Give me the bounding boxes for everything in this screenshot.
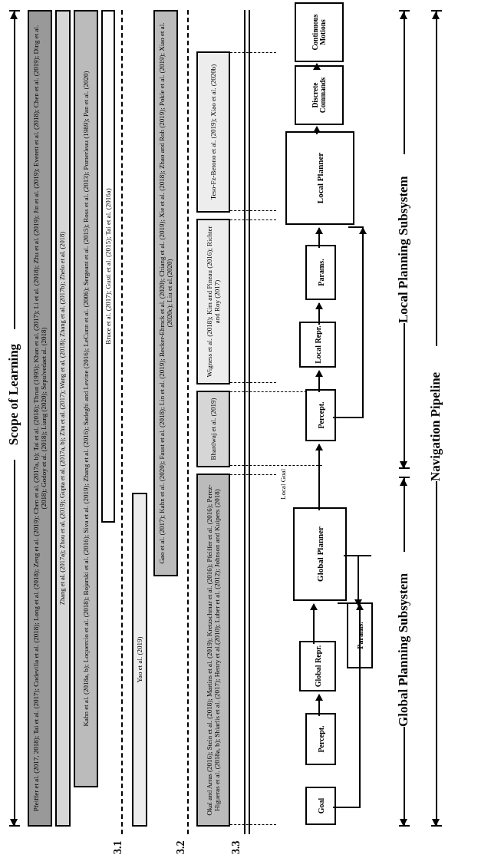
- box-goal-text: Goal: [317, 798, 325, 814]
- arrow-lrepr-to-lparams: [318, 303, 320, 325]
- lps-cap-right: [399, 10, 410, 12]
- landscape-canvas: Scope of Learning Pfeiffer et al. (2017,…: [0, 0, 491, 868]
- box-l-planner-text: Local Planner: [315, 153, 325, 203]
- box-l-repr: Local Repr.: [299, 322, 336, 368]
- arrow-lpercept-to-lrepr: [318, 371, 320, 392]
- box-goal: Goal: [305, 787, 336, 825]
- box-l-params-text: Params.: [317, 259, 325, 285]
- box-g-repr: Global Repr.: [299, 641, 336, 691]
- arrow-lparams-to-lplanner: [318, 228, 320, 248]
- local-goal-label: Local Goal: [279, 469, 287, 500]
- box-g-repr-text: Global Repr.: [314, 645, 322, 688]
- arrow-localgoal: [318, 444, 320, 510]
- box-g-percept: Percept.: [305, 713, 336, 765]
- section-3-1-label: 3.1: [112, 841, 124, 855]
- conn-r1-b: [230, 219, 276, 220]
- nav-arrow-right: [432, 12, 440, 19]
- bar-3-2-a-text: Yao et al. (2019): [136, 636, 143, 682]
- box-discrete-text: Discrete Commands: [311, 67, 327, 124]
- divider-3-3-double: [244, 10, 250, 834]
- gps-label: Global Planning Subsystem: [396, 573, 411, 727]
- box-l-percept: Percept.: [305, 389, 336, 441]
- figure-root: Scope of Learning Pfeiffer et al. (2017,…: [0, 0, 491, 868]
- scope-of-learning-label: Scope of Learning: [6, 329, 21, 460]
- bar-3-1-a: Pfeiffer et al. (2017, 2018); Tai et al.…: [28, 10, 52, 827]
- conn-mid-a: [230, 465, 322, 466]
- bar-3-3-left-text: Okal and Arras (2016); Stein et al. (201…: [206, 478, 222, 822]
- bar-3-3-mid: Bhardwaj et al. (2019): [196, 391, 230, 467]
- lps-arrow-right: [400, 12, 407, 19]
- gps-arrow-right: [400, 478, 407, 486]
- goal-to-planner: [359, 604, 361, 808]
- conn-left-a: [230, 824, 276, 825]
- gps-line-right: [404, 478, 405, 552]
- bar-3-1-c: Kahn et al. (2018a, b); Loquercio et al.…: [74, 10, 98, 787]
- arrow-repr-to-planner: [313, 604, 315, 644]
- scope-bracket-line-left: [14, 460, 15, 827]
- arrow-planner-to-cmds: [316, 127, 318, 134]
- conn-r2-a: [230, 210, 276, 211]
- bar-3-1-d-text: Bruce et al. (2017); Gusti et al. (2015)…: [104, 188, 112, 345]
- arrow-percept-to-repr: [318, 695, 320, 716]
- box-l-params: Params.: [305, 245, 336, 300]
- into-lplanner-v: [348, 226, 364, 228]
- scope-arrowhead-right: [10, 12, 18, 19]
- bar-3-3-left: Okal and Arras (2016); Stein et al. (201…: [196, 474, 230, 827]
- conn-r2-b: [230, 52, 276, 53]
- bar-3-2-a: Yao et al. (2019): [132, 493, 147, 827]
- bar-3-1-d: Bruce et al. (2017); Gusti et al. (2015)…: [101, 10, 115, 523]
- box-l-repr-text: Local Repr.: [314, 325, 322, 364]
- bar-3-1-c-text: Kahn et al. (2018a, b); Loquercio et al.…: [82, 71, 90, 726]
- box-g-planner-text: Global Planner: [315, 526, 325, 582]
- scope-bracket-line-right: [14, 12, 15, 329]
- box-l-planner: Local Planner: [285, 131, 354, 225]
- bar-3-3-mid-text: Bhardwaj et al. (2019): [209, 398, 217, 460]
- bar-3-2-b: Gao et al. (2017); Kahn et al. (2020); F…: [153, 10, 178, 576]
- scope-bracket-cap-right: [9, 10, 20, 12]
- bar-3-3-r2: Teso-Fz-Betono et al. (2019); Xiao et al…: [196, 51, 230, 213]
- bar-3-3-r1-text: Wigness et al. (2018); Kim and Pineau (2…: [206, 223, 222, 380]
- divider-3-1: [121, 10, 123, 834]
- bar-3-1-b-text: Zhang et al. (2017a); Zhou et al. (2019)…: [59, 232, 67, 605]
- gps-line-left: [404, 727, 405, 827]
- lps-line-right: [404, 12, 405, 154]
- nav-line-left: [436, 481, 437, 827]
- divider-3-2: [187, 10, 189, 834]
- scope-arrowhead-left: [10, 819, 18, 827]
- goal-down: [333, 807, 361, 808]
- bar-3-1-b: Zhang et al. (2017a); Zhou et al. (2019)…: [55, 10, 71, 827]
- bar-3-3-r1: Wigness et al. (2018); Kim and Pineau (2…: [196, 219, 230, 384]
- section-3-2-label: 3.2: [175, 841, 187, 855]
- gps-cap-right: [399, 477, 410, 478]
- nav-label: Navigation Pipeline: [428, 372, 443, 481]
- gparams-h: [358, 556, 359, 606]
- box-l-percept-text: Percept.: [317, 401, 325, 428]
- lpercept-down: [333, 417, 364, 418]
- box-discrete: Discrete Commands: [295, 65, 344, 125]
- lps-label: Local Planning Subsystem: [396, 176, 411, 323]
- conn-r1-a: [230, 382, 276, 383]
- lps-line-left: [404, 323, 405, 469]
- box-continuous: Continuous Motions: [295, 2, 344, 62]
- nav-line-right: [436, 12, 437, 346]
- box-g-planner: Global Planner: [293, 507, 347, 601]
- conn-left-b: [230, 474, 276, 475]
- arrow-cmds-to-cont: [316, 64, 318, 68]
- bar-3-1-a-text: Pfeiffer et al. (2017, 2018); Tai et al.…: [32, 15, 48, 822]
- bar-3-3-r2-text: Teso-Fz-Betono et al. (2019); Xiao et al…: [209, 64, 217, 200]
- box-continuous-text: Continuous Motions: [311, 4, 327, 61]
- section-3-3-label: 3.3: [230, 841, 242, 855]
- lpercept-to-lplanner: [362, 228, 364, 418]
- nav-cap-right: [431, 10, 442, 12]
- bar-3-2-b-text: Gao et al. (2017); Kahn et al. (2020); F…: [158, 15, 174, 572]
- box-g-percept-text: Percept.: [317, 725, 325, 752]
